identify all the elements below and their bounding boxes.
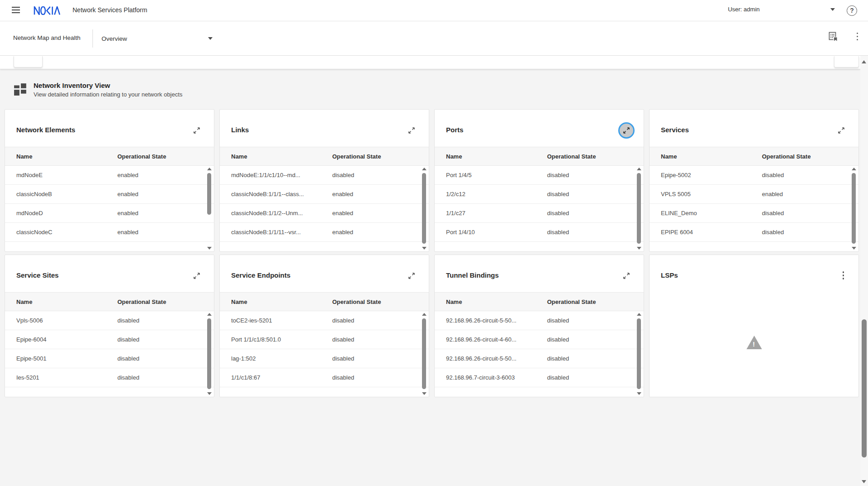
inventory-card: Service Endpoints Name Operational State…	[219, 255, 429, 397]
scrollbar-thumb[interactable]	[207, 318, 211, 389]
row-name: 1/1/c27	[446, 210, 547, 217]
scroll-down-icon[interactable]	[852, 247, 856, 250]
inventory-card: Network Elements Name Operational State …	[5, 109, 214, 252]
scroll-down-icon[interactable]	[422, 392, 427, 395]
card-scrollbar[interactable]	[207, 312, 212, 395]
table-row[interactable]: classicNodeB:1/1/1--class...enabled	[220, 185, 429, 204]
table-row[interactable]: classicNodeB:1/1/2--Unm...enabled	[220, 204, 429, 223]
scroll-up-icon[interactable]	[637, 313, 641, 316]
kebab-menu-icon[interactable]	[840, 269, 847, 282]
row-operational-state: disabled	[547, 191, 644, 197]
column-header-name: Name	[661, 153, 762, 160]
table-row[interactable]: Port 1/4/5disabled	[435, 166, 644, 185]
inventory-card: Links Name Operational State mdNodeE:1/1…	[219, 109, 429, 252]
scrollbar-thumb[interactable]	[207, 173, 211, 215]
row-name: toCE2-ies-5201	[231, 317, 332, 324]
row-name: classicNodeB:1/1/2--Unm...	[231, 210, 332, 217]
row-operational-state: disabled	[332, 336, 429, 343]
row-operational-state: enabled	[117, 172, 214, 178]
table-row[interactable]: mdNodeEenabled	[5, 166, 214, 185]
scroll-up-icon[interactable]	[862, 60, 866, 63]
table-row[interactable]: 1/2/c12disabled	[435, 185, 644, 204]
table-row[interactable]: Epipe-5001disabled	[5, 349, 214, 368]
card-scrollbar[interactable]	[851, 167, 857, 250]
table-row[interactable]: Ies-5201disabled	[5, 368, 214, 387]
card-scrollbar[interactable]	[636, 167, 642, 250]
table-header: Name Operational State	[5, 147, 214, 166]
partial-button[interactable]	[834, 56, 859, 67]
kebab-menu-icon[interactable]	[857, 33, 858, 41]
report-list-icon[interactable]	[828, 31, 839, 42]
table-row[interactable]: Port 1/4/10disabled	[435, 223, 644, 242]
row-operational-state: disabled	[547, 336, 644, 343]
row-name: Ies-5201	[16, 374, 117, 381]
table-row[interactable]: 92.168.96.26-circuit-5-50...disabled	[435, 349, 644, 368]
scroll-up-icon[interactable]	[852, 168, 856, 170]
table-header: Name Operational State	[435, 147, 644, 166]
table-row[interactable]: 1/1/c27disabled	[435, 204, 644, 223]
table-row[interactable]: Epipe-5002disabled	[650, 166, 858, 185]
table-row[interactable]: VPLS 5005enabled	[650, 185, 858, 204]
user-menu[interactable]: User: admin	[728, 6, 835, 13]
scroll-down-icon[interactable]	[862, 480, 866, 483]
scroll-up-icon[interactable]	[422, 168, 427, 170]
expand-icon[interactable]	[189, 122, 205, 139]
scroll-up-icon[interactable]	[422, 313, 427, 316]
scroll-down-icon[interactable]	[637, 247, 641, 250]
scrollbar-thumb[interactable]	[637, 173, 641, 244]
view-selector-dropdown[interactable]: Overview	[102, 30, 213, 47]
scroll-down-icon[interactable]	[207, 392, 212, 395]
expand-icon[interactable]	[403, 268, 420, 284]
table-row[interactable]: 1/1/c1/8:67disabled	[220, 368, 429, 387]
page-scrollbar[interactable]	[860, 56, 868, 486]
table-row[interactable]: Epipe-6004disabled	[5, 330, 214, 349]
table-row[interactable]: 92.168.96.26-circuit-5-50...disabled	[435, 311, 644, 330]
main-content: Network Inventory View View detailed inf…	[0, 56, 860, 486]
expand-icon[interactable]	[618, 268, 635, 284]
scrollbar-thumb[interactable]	[422, 173, 426, 244]
cards-grid: Network Elements Name Operational State …	[5, 109, 860, 397]
divider	[92, 29, 93, 48]
scroll-down-icon[interactable]	[207, 247, 212, 250]
card-scrollbar[interactable]	[636, 312, 642, 395]
expand-icon[interactable]	[618, 122, 635, 139]
table-body: toCE2-ies-5201disabledPort 1/1/c1/8:501.…	[220, 311, 429, 397]
partial-button[interactable]	[14, 56, 43, 67]
scrollbar-thumb[interactable]	[862, 319, 867, 457]
view-selector-value: Overview	[102, 35, 127, 42]
row-operational-state: enabled	[117, 210, 214, 217]
scroll-up-icon[interactable]	[207, 313, 212, 316]
card-scrollbar[interactable]	[207, 167, 212, 250]
row-name: mdNodeD	[16, 210, 117, 217]
table-row[interactable]: classicNodeBenabled	[5, 185, 214, 204]
table-row[interactable]: lag-1:502disabled	[220, 349, 429, 368]
table-row[interactable]: classicNodeCenabled	[5, 223, 214, 242]
table-row[interactable]: Vpls-5006disabled	[5, 311, 214, 330]
card-scrollbar[interactable]	[422, 167, 427, 250]
scrollbar-thumb[interactable]	[852, 173, 856, 244]
table-row[interactable]: EPIPE 6004disabled	[650, 223, 858, 242]
table-row[interactable]: mdNodeE:1/1/c1/10--md...disabled	[220, 166, 429, 185]
hamburger-menu-icon[interactable]	[12, 7, 20, 13]
expand-icon[interactable]	[833, 122, 849, 139]
scrollbar-thumb[interactable]	[637, 318, 641, 389]
scroll-up-icon[interactable]	[207, 168, 212, 170]
table-row[interactable]: Port 1/1/c1/8:501.0disabled	[220, 330, 429, 349]
table-row[interactable]: 92.168.96.26-circuit-4-60...disabled	[435, 330, 644, 349]
table-row[interactable]: toCE2-ies-5201disabled	[220, 311, 429, 330]
table-row[interactable]: ELINE_Demodisabled	[650, 204, 858, 223]
table-row[interactable]: classicNodeB:1/1/11--vsr...enabled	[220, 223, 429, 242]
help-icon[interactable]: ?	[847, 5, 857, 16]
scroll-down-icon[interactable]	[637, 392, 641, 395]
expand-icon[interactable]	[403, 122, 420, 139]
card-scrollbar[interactable]	[422, 312, 427, 395]
table-row[interactable]: mdNodeDenabled	[5, 204, 214, 223]
row-operational-state: disabled	[547, 210, 644, 217]
expand-icon[interactable]	[189, 268, 205, 284]
scroll-down-icon[interactable]	[422, 247, 427, 250]
row-name: Epipe-5002	[661, 172, 762, 178]
scrollbar-thumb[interactable]	[422, 318, 426, 389]
scroll-up-icon[interactable]	[637, 168, 641, 170]
table-row[interactable]: 92.168.96.7-circuit-3-6003disabled	[435, 368, 644, 387]
row-name: mdNodeE:1/1/c1/10--md...	[231, 172, 332, 178]
